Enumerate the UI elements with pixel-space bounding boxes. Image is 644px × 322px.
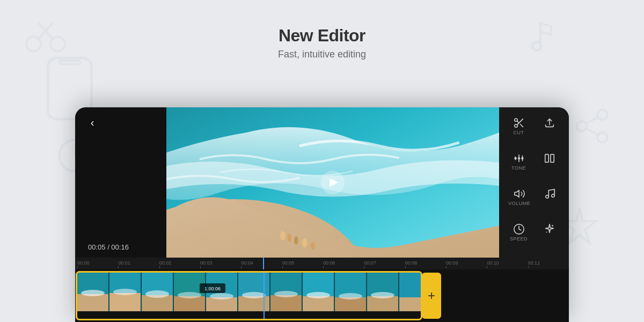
compare-icon [544,152,555,164]
tone-label: TONE [511,165,526,171]
volume-icon [514,188,525,200]
back-button[interactable]: ‹ [84,114,101,131]
playhead-clip [264,273,265,319]
speed-icon [513,223,525,235]
ruler-mark-8: 00:08 [405,260,446,268]
ruler-mark-9: 00:09 [446,260,487,268]
tone-tool[interactable]: TONE [505,149,533,174]
ruler-marks: 00:00 00:01 00:02 00:03 00:04 00:05 00:0… [77,258,569,269]
sparkle-icon [544,223,555,235]
svg-point-34 [522,158,523,159]
clip-strip: 1:00:06 + [77,273,567,319]
svg-point-72 [306,292,330,298]
cut-tool[interactable]: CUT [505,114,533,138]
svg-point-42 [546,232,547,233]
svg-rect-52 [109,293,141,311]
toolbar-row-1: CUT [499,112,569,141]
svg-line-15 [586,129,598,135]
export-tool[interactable] [536,114,564,138]
volume-label: VOLUME [508,201,530,206]
ruler-mark-7: 00:07 [364,260,405,268]
toolbar-row-4: SPEED [499,218,569,247]
toolbar-row-5: REVERSE [499,253,569,258]
svg-point-63 [210,293,233,299]
svg-point-11 [597,110,608,120]
svg-point-59 [145,290,169,298]
svg-point-21 [302,238,308,247]
clip-strip-container[interactable]: 1:00:06 + [75,269,569,322]
music-tool[interactable] [536,185,564,209]
right-toolbar: CUT [499,107,569,258]
toolbar-row-3: VOLUME [499,182,569,211]
svg-text:1:00:06: 1:00:06 [204,286,221,291]
page-header: New Editor Fast, intuitive editing [0,0,644,60]
svg-point-33 [515,158,516,159]
toolbar-row-2: TONE [499,147,569,176]
page-subtitle: Fast, intuitive editing [0,49,644,60]
svg-rect-65 [238,296,269,311]
ruler-mark-11: 00:11 [528,260,569,268]
timecode-ruler: 00:00 00:01 00:02 00:03 00:04 00:05 00:0… [75,258,569,269]
cut-label: CUT [514,130,524,135]
play-button[interactable] [321,171,345,194]
device-frame: ‹ 00:05 / 00:16 [75,107,569,322]
svg-point-57 [81,290,105,296]
svg-point-32 [518,158,519,159]
svg-rect-50 [77,294,108,311]
ruler-mark-2: 00:02 [159,260,200,268]
music-icon [544,188,556,200]
svg-point-60 [178,292,201,298]
sparkle-tool[interactable] [536,220,564,245]
clip-segment-main[interactable]: 1:00:06 [77,273,421,319]
compare-tool[interactable] [536,149,564,174]
timeline-area: 00:00 00:01 00:02 00:03 00:04 00:05 00:0… [75,258,569,322]
svg-rect-80 [399,297,421,311]
svg-rect-56 [174,296,205,311]
ruler-mark-10: 00:10 [487,260,528,268]
svg-point-69 [274,291,298,297]
ruler-mark-3: 00:03 [200,260,241,268]
export-icon [544,117,555,129]
svg-point-20 [294,236,298,244]
svg-point-58 [113,289,137,295]
svg-line-26 [520,124,523,127]
svg-rect-36 [550,155,553,163]
svg-rect-35 [545,155,548,163]
playhead-ruler [263,258,264,269]
page-title: New Editor [0,26,644,46]
add-clip-button[interactable]: + [422,273,441,319]
svg-point-13 [597,133,608,143]
speed-tool[interactable]: SPEED [505,220,533,245]
svg-point-39 [551,194,554,197]
volume-tool[interactable]: VOLUME [504,185,535,209]
ruler-mark-1: 00:01 [118,260,159,268]
svg-point-19 [288,233,291,241]
svg-point-22 [311,241,314,250]
scissors-icon [513,117,525,129]
speed-label: SPEED [510,236,528,241]
svg-rect-68 [270,295,302,311]
svg-point-41 [552,225,553,226]
ruler-mark-6: 00:06 [323,260,364,268]
svg-rect-77 [367,296,398,311]
left-panel: ‹ 00:05 / 00:16 [75,107,166,258]
ruler-mark-5: 00:05 [282,260,323,268]
svg-point-75 [339,293,362,299]
svg-point-12 [577,121,587,131]
svg-rect-71 [303,296,334,311]
device-content: ‹ 00:05 / 00:16 [75,107,569,258]
svg-point-38 [545,195,548,199]
svg-marker-37 [515,191,519,197]
svg-line-27 [517,121,519,123]
svg-point-66 [242,292,266,298]
time-display: 00:05 / 00:16 [88,243,158,251]
tone-icon [513,152,525,164]
svg-point-78 [371,292,394,298]
svg-rect-5 [60,61,80,64]
ruler-mark-4: 00:04 [241,260,282,268]
video-preview [166,107,499,258]
ruler-mark-0: 00:00 [77,260,118,268]
svg-line-14 [586,118,598,124]
svg-point-18 [280,231,286,240]
